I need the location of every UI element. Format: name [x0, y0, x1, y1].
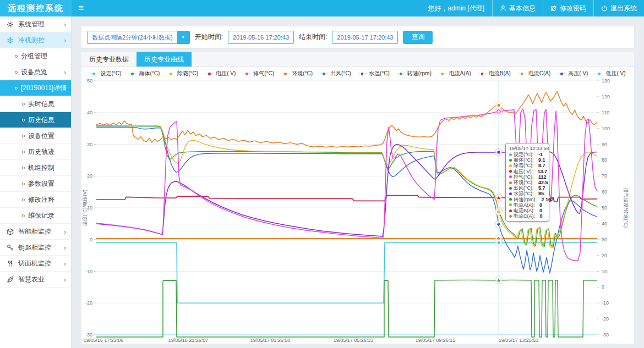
sidebar-item-smart-agriculture[interactable]: 智慧农业›	[0, 272, 71, 288]
sidebar-item-smart-cabinet[interactable]: 智能柜监控›	[0, 224, 71, 240]
bullet-icon	[22, 198, 25, 201]
chevron-right-icon: ›	[64, 244, 66, 251]
legend-item[interactable]: 转速(rpm)	[397, 70, 432, 78]
sidebar-item-cooler-monitor[interactable]: 冷机测控›	[0, 32, 71, 48]
sidebar-item-label: [20150011]详情	[21, 84, 67, 93]
tooltip-row: 除霜(°C): 8.7	[509, 163, 545, 168]
tooltip-row: 电流C(A): 0	[509, 213, 545, 219]
sidebar-item-history-track[interactable]: 历史轨迹	[0, 144, 71, 160]
legend-label: 电流B(A)	[489, 70, 511, 78]
svg-text:19/05/17 09:26:15: 19/05/17 09:26:15	[416, 338, 456, 343]
svg-text:40: 40	[87, 110, 92, 115]
legend-item[interactable]: 环境(°C)	[281, 70, 313, 78]
header-menu-change-password[interactable]: 修改密码	[543, 0, 593, 16]
sidebar-item-device-overview[interactable]: 设备总览›	[0, 64, 71, 80]
sidebar-item-label: 维保记录	[28, 211, 54, 220]
legend-item[interactable]: 电流B(A)	[478, 70, 511, 78]
svg-text:-20: -20	[85, 300, 92, 306]
sidebar-item-group-mgmt[interactable]: 分组管理	[0, 48, 71, 64]
header-menu-logout[interactable]: 退出系统	[593, 0, 644, 16]
tooltip-row: 电流B(A): 0	[509, 208, 545, 213]
query-button[interactable]: 查询	[403, 31, 433, 44]
legend-item[interactable]: 厢体(°C)	[128, 70, 160, 78]
svg-text:-20: -20	[602, 316, 609, 322]
chevron-right-icon: ›	[64, 228, 66, 235]
legend-line-dot-icon	[439, 72, 447, 76]
line-chart[interactable]: 50403020100-10-20-3013012011010090807060…	[81, 67, 634, 344]
legend-item[interactable]: 排气(°C)	[243, 70, 274, 78]
svg-text:19/05/17 01:25:50: 19/05/17 01:25:50	[250, 338, 291, 343]
legend-item[interactable]: 除霜(°C)	[167, 70, 198, 78]
legend-item[interactable]: 电流A(A)	[439, 70, 471, 78]
svg-text:19/05/16 17:22:06: 19/05/16 17:22:06	[84, 338, 124, 343]
header-menu-label: 修改密码	[560, 4, 586, 13]
interval-select[interactable]: 数据点间隔2分钟(24小时数据) ▼	[87, 31, 190, 44]
header-menu-label: 退出系统	[610, 4, 637, 13]
chevron-down-icon[interactable]: ▼	[177, 31, 189, 43]
gear-icon	[7, 21, 14, 28]
tooltip-row: 厢体(°C): 9.1	[509, 157, 545, 163]
sidebar-item-device-location[interactable]: 设备位置	[0, 128, 71, 144]
svg-text:110: 110	[602, 110, 609, 115]
sidebar-item-unit-control[interactable]: 机组控制	[0, 160, 71, 176]
sidebar-item-param-settings[interactable]: 参数设置	[0, 176, 71, 192]
legend-item[interactable]: 电流C(A)	[518, 70, 551, 78]
sidebar-item-system-mgmt[interactable]: 系统管理›	[0, 16, 71, 32]
history-panel: 历史专业数据历史专业曲线 设定(°C)厢体(°C)除霜(°C)电压( V)排气(…	[81, 52, 634, 344]
legend-label: 厢体(°C)	[139, 70, 160, 78]
legend-item[interactable]: 设定(°C)	[90, 70, 121, 78]
chevron-right-icon: ›	[64, 21, 66, 28]
sidebar-item-label: 系统管理	[18, 20, 45, 29]
sidebar-item-maintenance-record[interactable]: 维保记录	[0, 208, 71, 224]
svg-text:19/05/17 13:25:53: 19/05/17 13:25:53	[499, 338, 539, 343]
header-menu-label: 基本信息	[509, 4, 536, 13]
svg-text:40: 40	[602, 221, 607, 227]
legend-label: 环境(°C)	[292, 70, 313, 78]
bullet-icon	[15, 87, 18, 90]
sidebar: 系统管理›冷机测控›分组管理设备总览›[20150011]详情›实时信息历史信息…	[0, 16, 72, 348]
legend-item[interactable]: 电压( V)	[205, 70, 236, 78]
svg-text:-30: -30	[602, 332, 609, 338]
hamburger-menu-icon[interactable]: ≡	[72, 0, 90, 16]
legend-line-dot-icon	[281, 72, 290, 76]
svg-text:温度(°C)/电压(V): 温度(°C)/电压(V)	[82, 190, 88, 227]
end-time-input[interactable]	[332, 31, 398, 44]
legend-line-dot-icon	[478, 72, 487, 76]
sidebar-item-edit-remark[interactable]: 修改注释	[0, 192, 71, 208]
legend-line-dot-icon	[558, 72, 566, 76]
tab-history-data[interactable]: 历史专业数据	[81, 52, 137, 67]
legend-line-dot-icon	[128, 72, 137, 76]
query-toolbar: 数据点间隔2分钟(24小时数据) ▼ 开始时间: 结束时间: 查询	[81, 26, 634, 48]
bullet-icon	[15, 55, 18, 58]
svg-text:10: 10	[602, 269, 607, 274]
legend-label: 除霜(°C)	[177, 70, 198, 78]
legend-line-dot-icon	[397, 72, 405, 76]
sidebar-item-history-info[interactable]: 历史信息	[0, 112, 71, 128]
legend-line-dot-icon	[518, 72, 526, 76]
key-icon	[7, 244, 14, 251]
legend-line-dot-icon	[358, 72, 367, 76]
sidebar-item-slicer-monitor[interactable]: 切面机监控›	[0, 256, 71, 272]
sidebar-item-label: 切面机监控	[18, 259, 51, 268]
tooltip-row: 设定(°C): -1	[509, 152, 545, 157]
tab-history-curve[interactable]: 历史专业曲线	[137, 52, 192, 67]
svg-text:90: 90	[602, 142, 607, 147]
bullet-icon	[22, 167, 25, 169]
sidebar-item-device-20150011-detail[interactable]: [20150011]详情›	[0, 80, 71, 96]
legend-item[interactable]: 出风(°C)	[320, 70, 351, 78]
legend-item[interactable]: 高压( V)	[558, 70, 588, 78]
svg-text:10: 10	[87, 205, 92, 211]
sidebar-item-key-cabinet[interactable]: 钥匙柜监控›	[0, 240, 71, 256]
svg-text:70: 70	[602, 173, 607, 179]
legend-item[interactable]: 水温(°C)	[358, 70, 390, 78]
legend-item[interactable]: 低压( V)	[595, 70, 625, 78]
sidebar-item-label: 智慧农业	[18, 275, 45, 284]
svg-text:50: 50	[87, 78, 92, 84]
bullet-icon	[22, 183, 25, 185]
sidebar-item-realtime-info[interactable]: 实时信息	[0, 96, 71, 112]
start-time-input[interactable]	[228, 31, 294, 44]
header-menu-basic-info[interactable]: 基本信息	[492, 0, 543, 16]
legend-line-dot-icon	[320, 72, 328, 76]
tooltip-row: 转速(rpm): 2 162	[509, 197, 545, 202]
legend-label: 高压( V)	[568, 70, 588, 78]
